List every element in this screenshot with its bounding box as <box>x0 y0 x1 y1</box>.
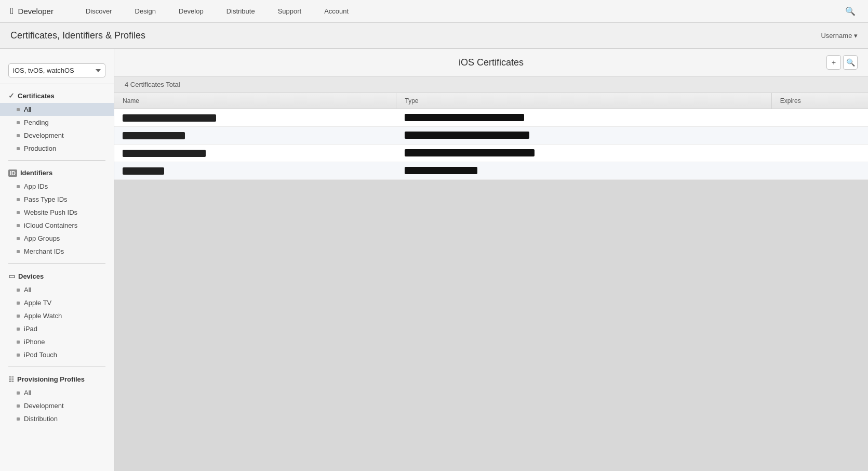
divider <box>8 367 105 367</box>
count-bar: 4 Certificates Total <box>114 76 868 93</box>
content-header: iOS Certificates + 🔍 <box>114 49 868 76</box>
cert-expires <box>771 109 868 127</box>
table-row[interactable] <box>114 145 868 162</box>
sidebar-item-all-devices[interactable]: All <box>0 283 114 296</box>
content-actions: + 🔍 <box>826 55 858 70</box>
sidebar-section-certificates: ✓ Certificates <box>0 88 114 103</box>
cert-expires <box>771 162 868 180</box>
sidebar-item-all-profiles[interactable]: All <box>0 386 114 399</box>
dot-icon <box>17 315 20 318</box>
nav-brand[interactable]:  Developer <box>10 6 54 17</box>
sidebar-item-app-ids[interactable]: App IDs <box>0 180 114 193</box>
sidebar-item-distribution[interactable]: Distribution <box>0 412 114 425</box>
nav-link-develop[interactable]: Develop <box>167 0 215 23</box>
search-icon: 🔍 <box>846 58 855 67</box>
sidebar-item-iphone[interactable]: iPhone <box>0 335 114 348</box>
sidebar-item-ipad[interactable]: iPad <box>0 322 114 335</box>
nav-links: Discover Design Develop Distribute Suppo… <box>74 0 843 23</box>
content-body-empty <box>114 180 868 471</box>
sidebar-item-pass-type-ids[interactable]: Pass Type IDs <box>0 193 114 206</box>
nav-brand-text: Developer <box>18 7 54 16</box>
table-row[interactable] <box>114 109 868 127</box>
devices-icon: ▭ <box>8 272 15 280</box>
nav-link-distribute[interactable]: Distribute <box>215 0 266 23</box>
dot-icon <box>17 341 20 344</box>
dot-icon <box>17 237 20 240</box>
sidebar-section-identifiers: ID Identifiers <box>0 166 114 180</box>
provisioning-label: Provisioning Profiles <box>17 375 85 383</box>
cert-type <box>396 145 771 162</box>
main-layout: iOS, tvOS, watchOS macOS tvOS watchOS ✓ … <box>0 49 868 471</box>
content-title: iOS Certificates <box>156 57 826 68</box>
cert-expires <box>771 145 868 162</box>
sidebar-item-production-cert[interactable]: Production <box>0 142 114 155</box>
dot-icon <box>17 198 20 201</box>
sidebar-item-icloud-containers[interactable]: iCloud Containers <box>0 219 114 232</box>
cert-name <box>114 145 396 162</box>
certificates-icon: ✓ <box>8 91 15 100</box>
dot-icon <box>17 302 20 305</box>
dot-icon <box>17 224 20 227</box>
cert-name <box>114 162 396 180</box>
sidebar-item-apple-tv[interactable]: Apple TV <box>0 296 114 309</box>
content-area: iOS Certificates + 🔍 4 Certificates Tota… <box>114 49 868 471</box>
table-wrapper: 4 Certificates Total Name Type Expires <box>114 76 868 180</box>
dot-icon <box>17 250 20 253</box>
sidebar-item-all-certs[interactable]: All <box>0 103 114 116</box>
cert-type <box>396 109 771 127</box>
page-header: Certificates, Identifiers & Profiles Use… <box>0 23 868 49</box>
devices-label: Devices <box>18 272 44 280</box>
platform-select[interactable]: iOS, tvOS, watchOS macOS tvOS watchOS <box>8 63 105 77</box>
sidebar-item-development-profile[interactable]: Development <box>0 399 114 412</box>
sidebar-section-devices: ▭ Devices <box>0 269 114 283</box>
nav-link-design[interactable]: Design <box>124 0 167 23</box>
divider <box>8 263 105 264</box>
add-certificate-button[interactable]: + <box>826 55 841 70</box>
sidebar-section-provisioning: ☷ Provisioning Profiles <box>0 372 114 386</box>
col-expires: Expires <box>771 93 868 109</box>
cert-expires <box>771 127 868 145</box>
search-icon[interactable]: 🔍 <box>843 4 858 18</box>
sidebar-item-development-cert[interactable]: Development <box>0 129 114 142</box>
dot-icon <box>17 121 20 124</box>
sidebar: iOS, tvOS, watchOS macOS tvOS watchOS ✓ … <box>0 49 114 471</box>
cert-type <box>396 127 771 145</box>
certificates-label: Certificates <box>18 92 55 100</box>
dot-icon <box>17 354 20 357</box>
user-dropdown[interactable]: Username ▾ <box>821 32 858 40</box>
search-certificates-button[interactable]: 🔍 <box>843 55 858 70</box>
dot-icon <box>17 417 20 421</box>
table-row[interactable] <box>114 127 868 145</box>
dot-icon <box>17 134 20 137</box>
dot-icon <box>17 108 20 111</box>
sidebar-item-pending[interactable]: Pending <box>0 116 114 129</box>
sidebar-item-apple-watch[interactable]: Apple Watch <box>0 309 114 322</box>
dot-icon <box>17 147 20 150</box>
certificates-table: Name Type Expires <box>114 93 868 180</box>
nav-link-account[interactable]: Account <box>313 0 360 23</box>
divider <box>8 160 105 161</box>
cert-name <box>114 109 396 127</box>
sidebar-item-merchant-ids[interactable]: Merchant IDs <box>0 245 114 258</box>
sidebar-item-app-groups[interactable]: App Groups <box>0 232 114 245</box>
page-title: Certificates, Identifiers & Profiles <box>10 30 145 41</box>
platform-select-wrapper[interactable]: iOS, tvOS, watchOS macOS tvOS watchOS <box>0 57 114 84</box>
identifiers-icon: ID <box>8 169 17 177</box>
cert-type <box>396 162 771 180</box>
col-type: Type <box>396 93 771 109</box>
top-nav:  Developer Discover Design Develop Dist… <box>0 0 868 23</box>
nav-link-support[interactable]: Support <box>266 0 313 23</box>
col-name: Name <box>114 93 396 109</box>
table-row[interactable] <box>114 162 868 180</box>
dot-icon <box>17 404 20 408</box>
dot-icon <box>17 391 20 395</box>
sidebar-item-website-push-ids[interactable]: Website Push IDs <box>0 206 114 219</box>
sidebar-item-ipod-touch[interactable]: iPod Touch <box>0 348 114 361</box>
nav-link-discover[interactable]: Discover <box>74 0 124 23</box>
dot-icon <box>17 328 20 331</box>
apple-logo-icon:  <box>10 6 14 17</box>
dot-icon <box>17 211 20 214</box>
provisioning-icon: ☷ <box>8 376 14 383</box>
dot-icon <box>17 185 20 188</box>
identifiers-label: Identifiers <box>20 169 52 177</box>
